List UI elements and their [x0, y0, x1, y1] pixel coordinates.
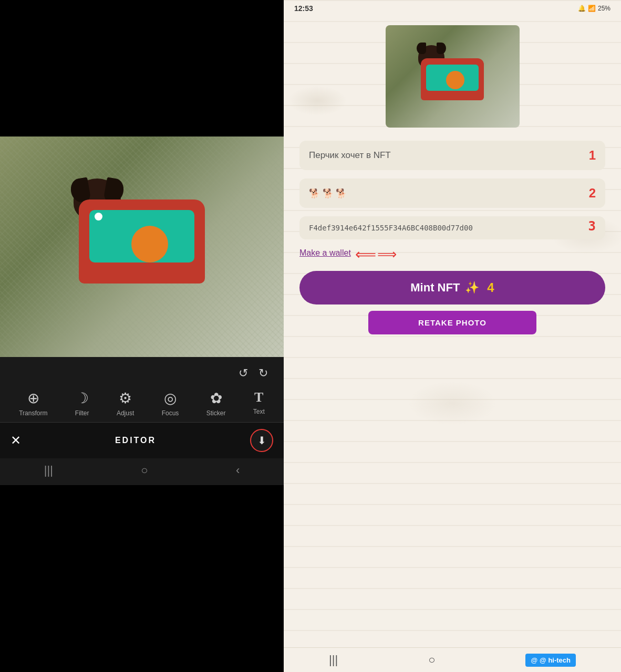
mint-step-number: 4 [487, 280, 494, 295]
adjust-label: Adjust [117, 410, 134, 417]
tools-bar: ⊕ Transform ☽ Filter ⚙ Adjust ◎ Focus ✿ … [0, 384, 284, 422]
filter-label: Filter [75, 410, 89, 417]
mini-orange-circle [446, 71, 464, 89]
nft-panel: 12:53 🔔 📶 25% [284, 0, 621, 672]
tool-sticker[interactable]: ✿ Sticker [206, 390, 226, 417]
mini-dog [413, 43, 492, 111]
sticker-icon: ✿ [210, 390, 222, 407]
redo-button[interactable]: ↻ [258, 366, 268, 380]
focus-icon: ◎ [164, 390, 177, 407]
hitech-at-icon: @ [531, 656, 537, 664]
nav-back-icon[interactable]: ‹ [236, 464, 240, 477]
transform-label: Transform [19, 410, 47, 417]
nft-tags-text: 🐕 🐕 🐕 [309, 188, 347, 199]
undo-redo-bar: ↺ ↻ [0, 362, 284, 384]
nav-right-menu-icon[interactable]: ||| [329, 653, 338, 667]
tool-adjust[interactable]: ⚙ Adjust [117, 390, 134, 417]
wallet-address-field[interactable]: F4def3914e642f1555F34A6BC408B00d77d00 3 [299, 216, 605, 239]
photo-top-black [0, 0, 284, 136]
nft-dog-preview [386, 25, 520, 128]
nft-image-container [299, 25, 605, 128]
notification-icon: 🔔 [578, 5, 586, 12]
nft-title-field[interactable]: Перчик хочет в NFT 1 [299, 141, 605, 170]
nft-preview-image [386, 25, 520, 128]
sweater-circle [131, 226, 168, 262]
download-button[interactable]: ⬇ [250, 429, 273, 452]
nav-bar-right: ||| ○ @ @ hi-tech [284, 647, 621, 672]
mini-sweater [421, 58, 484, 100]
nft-content: Перчик хочет в NFT 1 🐕 🐕 🐕 2 F4def3914e6… [284, 15, 621, 647]
focus-label: Focus [162, 410, 179, 417]
tool-filter[interactable]: ☽ Filter [75, 390, 89, 417]
mini-teal [426, 65, 479, 91]
status-icons: 🔔 📶 25% [578, 5, 610, 12]
status-bar: 12:53 🔔 📶 25% [284, 0, 621, 15]
nft-title-text: Перчик хочет в NFT [309, 150, 391, 161]
wallet-field-number: 3 [588, 219, 596, 234]
sticker-label: Sticker [206, 410, 226, 417]
mini-ear-right [437, 43, 446, 54]
text-label: Text [253, 408, 265, 415]
tool-transform[interactable]: ⊕ Transform [19, 390, 47, 417]
nft-tags-field[interactable]: 🐕 🐕 🐕 2 [299, 178, 605, 208]
photo-canvas[interactable] [0, 136, 284, 357]
close-button[interactable]: ✕ [11, 433, 21, 448]
nav-right-home-icon[interactable]: ○ [428, 653, 435, 667]
battery-text: 25% [598, 5, 610, 12]
sweater-dots [95, 213, 102, 220]
nav-bar-left: ||| ○ ‹ [0, 458, 284, 482]
transform-icon: ⊕ [27, 390, 39, 407]
status-time: 12:53 [294, 4, 313, 13]
arrow-indicator: ⟸ [355, 246, 376, 263]
mini-ear-left [417, 43, 426, 54]
undo-button[interactable]: ↺ [239, 366, 248, 380]
dog-sweater [79, 200, 205, 284]
editor-panel: ↺ ↻ ⊕ Transform ☽ Filter ⚙ Adjust ◎ Focu… [0, 0, 284, 672]
sparkle-icon: ✨ [465, 281, 479, 295]
hitech-label: @ hi-tech [540, 656, 571, 664]
sweater-teal [89, 210, 194, 262]
wallet-address-text: F4def3914e642f1555F34A6BC408B00d77d00 [309, 224, 473, 232]
tool-text[interactable]: T Text [253, 390, 265, 417]
mint-nft-button[interactable]: Mint NFT ✨ 4 [299, 271, 605, 304]
editor-controls: ↺ ↻ ⊕ Transform ☽ Filter ⚙ Adjust ◎ Focu… [0, 357, 284, 485]
nft-tags-number: 2 [589, 186, 596, 201]
nft-title-number: 1 [589, 148, 596, 163]
dog-body [58, 168, 226, 326]
dog-image [0, 136, 284, 357]
hitech-badge: @ @ hi-tech [525, 654, 576, 667]
nav-menu-icon[interactable]: ||| [44, 464, 53, 477]
wifi-icon: 📶 [588, 5, 596, 12]
adjust-icon: ⚙ [119, 390, 132, 407]
nav-home-icon[interactable]: ○ [141, 464, 148, 477]
tool-focus[interactable]: ◎ Focus [162, 390, 179, 417]
editor-bottom-bar: ✕ EDITOR ⬇ [0, 422, 284, 458]
download-icon: ⬇ [257, 434, 266, 447]
editor-title: EDITOR [115, 436, 156, 445]
filter-icon: ☽ [76, 390, 89, 407]
make-wallet-link[interactable]: Make a wallet [299, 248, 351, 258]
text-icon: T [254, 390, 263, 405]
mint-label: Mint NFT [410, 281, 460, 295]
double-arrow-icon: ⟹ [377, 246, 397, 262]
retake-photo-button[interactable]: RETAKE PHOTO [368, 311, 536, 334]
